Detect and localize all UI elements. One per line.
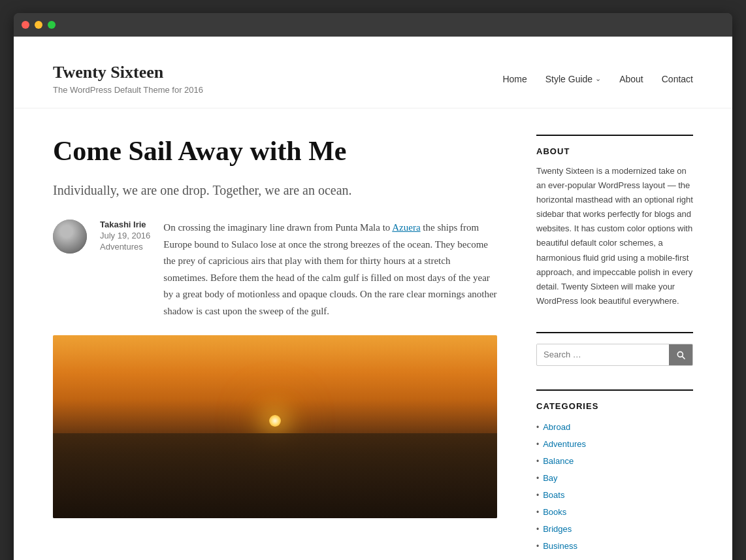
list-item: •Business bbox=[536, 538, 693, 555]
category-link[interactable]: Adventures bbox=[543, 436, 586, 453]
category-link[interactable]: Abroad bbox=[543, 419, 570, 436]
sidebar-categories-heading: CATEGORIES bbox=[536, 401, 693, 411]
category-link[interactable]: Books bbox=[543, 504, 566, 521]
bullet-icon: • bbox=[536, 453, 539, 469]
nav-contact[interactable]: Contact bbox=[662, 74, 693, 84]
fullscreen-dot[interactable] bbox=[48, 21, 56, 29]
bullet-icon: • bbox=[536, 538, 539, 554]
post-meta: Takashi Irie July 19, 2016 Adventures bbox=[100, 220, 150, 252]
bullet-icon: • bbox=[536, 487, 539, 503]
list-item: •Balance bbox=[536, 453, 693, 470]
category-link[interactable]: Championship bbox=[543, 555, 597, 560]
bullet-icon: • bbox=[536, 470, 539, 486]
post-title: Come Sail Away with Me bbox=[53, 135, 497, 167]
list-item: •Bay bbox=[536, 470, 693, 487]
site-branding: Twenty Sixteen The WordPress Default The… bbox=[53, 63, 203, 95]
browser-chrome bbox=[14, 13, 732, 37]
category-link[interactable]: Balance bbox=[543, 453, 574, 470]
sidebar: ABOUT Twenty Sixteen is a modernized tak… bbox=[536, 135, 693, 560]
bullet-icon: • bbox=[536, 504, 539, 520]
azuera-link[interactable]: Azuera bbox=[392, 222, 420, 233]
category-link[interactable]: Bridges bbox=[543, 521, 572, 538]
main-content: Come Sail Away with Me Individually, we … bbox=[53, 135, 497, 560]
bullet-icon: • bbox=[536, 420, 539, 435]
author-name: Takashi Irie bbox=[100, 220, 150, 229]
sidebar-categories-rule bbox=[536, 389, 693, 391]
search-icon bbox=[675, 350, 686, 360]
category-link[interactable]: Business bbox=[543, 538, 577, 555]
sunset-sun bbox=[269, 415, 281, 427]
sidebar-about-heading: ABOUT bbox=[536, 146, 693, 156]
sidebar-search-rule bbox=[536, 332, 693, 333]
minimize-dot[interactable] bbox=[35, 21, 42, 29]
avatar-image bbox=[53, 220, 87, 254]
category-link[interactable]: Bay bbox=[543, 470, 557, 487]
site-wrapper: Twenty Sixteen The WordPress Default The… bbox=[14, 37, 732, 560]
post-image bbox=[53, 335, 497, 518]
category-link[interactable]: Boats bbox=[543, 487, 564, 504]
list-item: •Boats bbox=[536, 487, 693, 504]
categories-list: •Abroad•Adventures•Balance•Bay•Boats•Boo… bbox=[536, 419, 693, 560]
sidebar-search-section bbox=[536, 332, 693, 366]
list-item: •Adventures bbox=[536, 436, 693, 453]
bullet-icon: • bbox=[536, 521, 539, 537]
post-body-after-link: the ships from Europe bound to Sulaco lo… bbox=[163, 222, 496, 316]
search-input[interactable] bbox=[537, 344, 669, 365]
sidebar-rule bbox=[536, 135, 693, 136]
search-row bbox=[536, 344, 693, 366]
list-item: •Books bbox=[536, 504, 693, 521]
list-item: •Championship bbox=[536, 555, 693, 560]
search-button[interactable] bbox=[669, 344, 692, 365]
post-date: July 19, 2016 bbox=[100, 231, 150, 240]
site-header: Twenty Sixteen The WordPress Default The… bbox=[14, 37, 732, 108]
post-category[interactable]: Adventures bbox=[100, 242, 150, 252]
chevron-down-icon: ⌄ bbox=[595, 74, 601, 83]
post-meta-row: Takashi Irie July 19, 2016 Adventures On… bbox=[53, 220, 497, 320]
bullet-icon: • bbox=[536, 436, 539, 452]
bullet-icon: • bbox=[536, 555, 539, 560]
nav-home[interactable]: Home bbox=[502, 74, 527, 84]
main-nav: Home Style Guide ⌄ About Contact bbox=[502, 74, 693, 84]
nav-about[interactable]: About bbox=[619, 74, 643, 84]
browser-frame: Twenty Sixteen The WordPress Default The… bbox=[14, 13, 732, 560]
post-subtitle: Individually, we are one drop. Together,… bbox=[53, 180, 497, 200]
site-title[interactable]: Twenty Sixteen bbox=[53, 63, 203, 82]
nav-style-guide[interactable]: Style Guide ⌄ bbox=[545, 74, 601, 84]
sidebar-categories-section: CATEGORIES •Abroad•Adventures•Balance•Ba… bbox=[536, 389, 693, 560]
avatar bbox=[53, 220, 87, 254]
post-body: On crossing the imaginary line drawn fro… bbox=[163, 220, 497, 320]
sidebar-about-text: Twenty Sixteen is a modernized take on a… bbox=[536, 164, 693, 308]
list-item: •Abroad bbox=[536, 419, 693, 436]
sidebar-about-section: ABOUT Twenty Sixteen is a modernized tak… bbox=[536, 135, 693, 308]
site-description: The WordPress Default Theme for 2016 bbox=[53, 85, 203, 95]
close-dot[interactable] bbox=[22, 21, 29, 29]
post-body-before-link: On crossing the imaginary line drawn fro… bbox=[163, 222, 392, 233]
content-area: Come Sail Away with Me Individually, we … bbox=[14, 108, 732, 560]
post-article: Come Sail Away with Me Individually, we … bbox=[53, 135, 497, 518]
list-item: •Bridges bbox=[536, 521, 693, 538]
water-overlay bbox=[53, 433, 497, 518]
